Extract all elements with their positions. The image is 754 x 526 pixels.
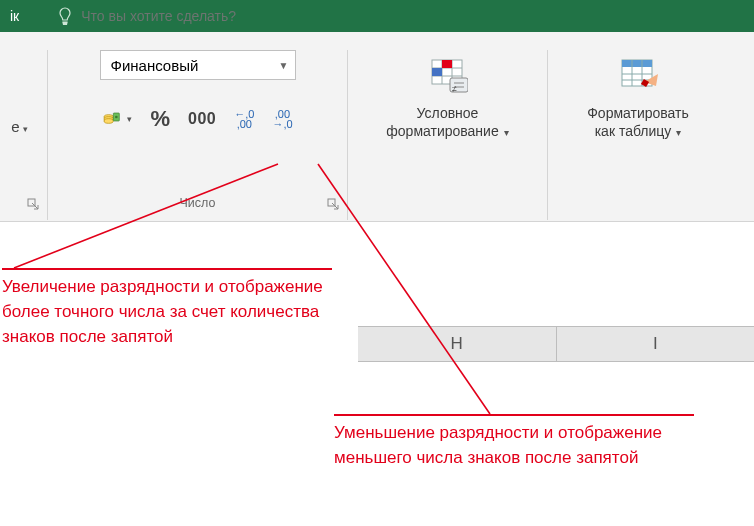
svg-rect-13 <box>432 68 442 76</box>
tab-fragment: ік <box>4 8 25 24</box>
ribbon: е▾ Финансовый ▼ ▾ % 000 ←,0 <box>0 32 754 222</box>
dialog-launcher-icon[interactable] <box>27 198 39 210</box>
number-format-value: Финансовый <box>111 57 199 74</box>
title-bar: ік <box>0 0 754 32</box>
format-as-table-button[interactable]: Форматироватькак таблицу▾ <box>587 50 689 142</box>
annotation-increase: Увеличение разрядности и отображение бол… <box>2 268 332 349</box>
group-alignment-partial: е▾ <box>0 50 48 220</box>
svg-rect-19 <box>622 60 652 67</box>
column-header-i[interactable]: I <box>557 327 755 361</box>
dialog-launcher-icon[interactable] <box>327 198 339 210</box>
conditional-formatting-button[interactable]: ≠ Условноеформатирование▾ <box>386 50 508 142</box>
partial-button[interactable]: е▾ <box>11 50 27 135</box>
svg-point-5 <box>115 116 118 119</box>
conditional-formatting-icon: ≠ <box>428 56 468 96</box>
comma-style-button[interactable]: 000 <box>188 110 216 128</box>
lightbulb-icon <box>55 6 75 26</box>
percent-style-button[interactable]: % <box>150 106 170 132</box>
chevron-down-icon: ▾ <box>124 114 132 124</box>
number-format-combo[interactable]: Финансовый ▼ <box>100 50 296 80</box>
group-format-as-table: Форматироватькак таблицу▾ <box>548 50 728 220</box>
group-number: Финансовый ▼ ▾ % 000 ←,0 ,00 ,00 <box>48 50 348 220</box>
group-conditional-formatting: ≠ Условноеформатирование▾ <box>348 50 548 220</box>
group-label-number: Число <box>48 196 347 210</box>
svg-point-3 <box>104 119 113 124</box>
column-headers: H I <box>358 326 754 362</box>
svg-rect-12 <box>442 60 452 68</box>
column-header-h[interactable]: H <box>358 327 557 361</box>
svg-text:≠: ≠ <box>452 84 457 94</box>
format-as-table-icon <box>618 56 658 96</box>
accounting-format-button[interactable]: ▾ <box>102 106 132 132</box>
increase-decimal-button[interactable]: ←,0 ,00 <box>234 109 254 129</box>
annotation-decrease: Уменьшение разрядности и отображение мен… <box>334 414 694 470</box>
chevron-down-icon: ▼ <box>279 60 289 71</box>
decrease-decimal-button[interactable]: ,00 →,0 <box>272 109 292 129</box>
tell-me-input[interactable] <box>75 8 375 24</box>
